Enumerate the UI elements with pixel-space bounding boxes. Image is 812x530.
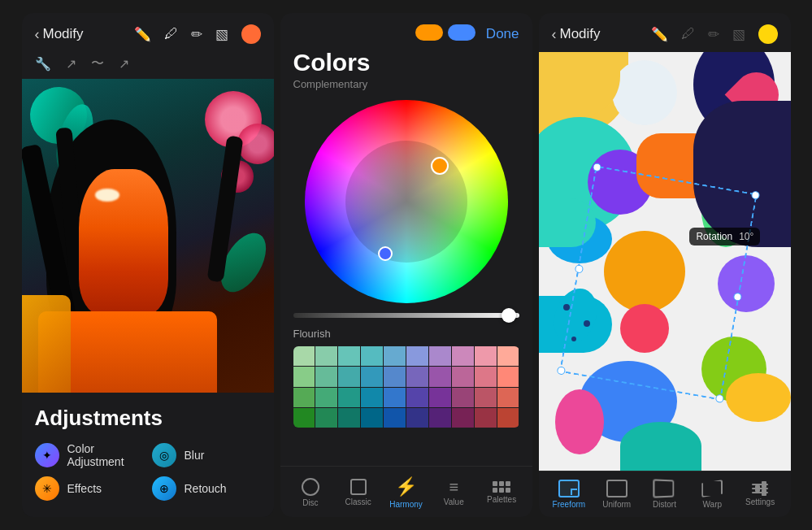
back-button-3[interactable]: ‹ Modify [552, 26, 601, 43]
layers-icon-3[interactable]: ▧ [732, 26, 745, 43]
palette-cell[interactable] [429, 408, 451, 428]
tool-arrow-icon[interactable]: ↗ [119, 56, 129, 72]
palette-cell[interactable] [475, 367, 497, 386]
nav-disc-label: Disc [302, 498, 318, 507]
palette-cell[interactable] [406, 408, 428, 428]
settings-icon [752, 482, 768, 495]
palette-cell[interactable] [338, 388, 360, 407]
nav-classic[interactable]: Classic [334, 479, 382, 506]
eyedropper-icon-3[interactable]: 🖊 [681, 26, 695, 42]
palette-cell[interactable] [361, 388, 383, 407]
adj-item-blur[interactable]: ◎ Blur [152, 442, 261, 468]
palette-cell[interactable] [361, 367, 383, 386]
palette-cell[interactable] [384, 346, 406, 366]
palette-cell[interactable] [475, 346, 497, 366]
palette-cell[interactable] [406, 388, 428, 407]
palette-cell[interactable] [384, 367, 406, 386]
tool-wrench-icon[interactable]: 🔧 [35, 56, 51, 72]
header-icons-3: ✏️ 🖊 ✏ ▧ [651, 24, 778, 44]
toggle-blue[interactable] [448, 24, 475, 41]
palette-cell[interactable] [315, 367, 337, 386]
wheel-handle-blue[interactable] [378, 246, 393, 261]
wheel-handle-orange[interactable] [431, 157, 449, 175]
palette-cell[interactable] [497, 408, 519, 428]
adj-item-color[interactable]: ✦ Color Adjustment [35, 442, 144, 468]
color-swatch-1[interactable] [241, 24, 261, 44]
adj-item-effects[interactable]: ✳ Effects [35, 476, 144, 501]
back-button-1[interactable]: ‹ Modify [35, 26, 84, 43]
handle-tr[interactable] [750, 190, 760, 200]
nav-settings[interactable]: Settings [736, 482, 784, 506]
palette-cell[interactable] [384, 388, 406, 407]
palette-cell[interactable] [497, 388, 519, 407]
palette-cell[interactable] [361, 346, 383, 366]
bg-shape [612, 60, 677, 125]
palette-cell[interactable] [293, 346, 315, 366]
nav-value-label: Value [444, 497, 464, 506]
color-swatch-3[interactable] [758, 24, 778, 44]
palette-cell[interactable] [293, 408, 315, 428]
nav-value[interactable]: ≡ Value [430, 479, 478, 506]
palette-cell[interactable] [497, 346, 519, 366]
palette-cell[interactable] [338, 346, 360, 366]
palette-cell[interactable] [338, 367, 360, 386]
rotation-label: Rotation [696, 231, 732, 242]
palette-cell[interactable] [452, 408, 474, 428]
palette-cell[interactable] [475, 388, 497, 407]
blur-icon: ◎ [152, 443, 176, 467]
slider-thumb[interactable] [502, 308, 516, 323]
eraser-icon-3[interactable]: ✏ [708, 26, 719, 43]
palette-cell[interactable] [429, 388, 451, 407]
palette-cell[interactable] [475, 408, 497, 428]
palette-cell[interactable] [361, 408, 383, 428]
nav-distort[interactable]: Distort [640, 480, 688, 509]
palette-cell[interactable] [429, 346, 451, 366]
nav-warp[interactable]: Warp [688, 480, 736, 509]
palettes-icon [493, 481, 510, 493]
eyedropper-icon[interactable]: 🖊 [164, 26, 178, 42]
palette-cell[interactable] [315, 346, 337, 366]
brush-icon-3[interactable]: ✏️ [651, 26, 668, 43]
adj-label-effects: Effects [67, 482, 102, 495]
toggle-orange[interactable] [415, 24, 443, 41]
palette-cell[interactable] [315, 408, 337, 428]
done-button[interactable]: Done [486, 26, 519, 42]
adjustments-grid: ✦ Color Adjustment ◎ Blur ✳ Effects ⊕ Re… [35, 442, 261, 501]
nav-harmony[interactable]: ⚡ Harmony [382, 476, 430, 509]
rotation-value: 10° [739, 231, 753, 242]
palette-cell[interactable] [384, 408, 406, 428]
palette-cell[interactable] [452, 388, 474, 407]
freeform-icon [558, 480, 580, 497]
color-wheel[interactable] [305, 100, 508, 303]
brightness-slider[interactable] [293, 313, 519, 318]
adj-label-blur: Blur [185, 449, 205, 462]
tool-stroke-icon[interactable]: 〜 [91, 55, 104, 72]
color-wheel-container [280, 100, 532, 313]
palette-cell[interactable] [315, 388, 337, 407]
palette-cell[interactable] [452, 367, 474, 386]
nav-freeform[interactable]: Freeform [545, 480, 593, 509]
palette-cell[interactable] [497, 367, 519, 386]
palette-cell[interactable] [406, 367, 428, 386]
palette-cell[interactable] [293, 388, 315, 407]
brush-icon[interactable]: ✏️ [134, 26, 151, 43]
palette-cell[interactable] [452, 346, 474, 366]
palette-cell[interactable] [338, 408, 360, 428]
bg-dot [563, 304, 570, 311]
layers-icon[interactable]: ▧ [215, 26, 228, 43]
palette-cell[interactable] [293, 367, 315, 386]
rotation-tooltip: Rotation 10° [689, 228, 760, 245]
palette-cell[interactable] [406, 346, 428, 366]
nav-palettes[interactable]: Palettes [478, 481, 526, 504]
nav-disc[interactable]: Disc [287, 478, 335, 507]
uniform-icon [606, 480, 627, 497]
nav-uniform[interactable]: Uniform [593, 480, 640, 509]
eraser-icon[interactable]: ✏ [191, 26, 202, 43]
handle-bl[interactable] [557, 365, 567, 375]
adj-item-retouch[interactable]: ⊕ Retouch [152, 476, 261, 501]
colors-subtitle: Complementary [280, 78, 532, 100]
handle-ml[interactable] [575, 263, 584, 273]
palette-cell[interactable] [429, 367, 451, 386]
tool-row-1: 🔧 ↗ 〜 ↗ [22, 52, 274, 79]
tool-cursor-icon[interactable]: ↗ [66, 56, 76, 72]
